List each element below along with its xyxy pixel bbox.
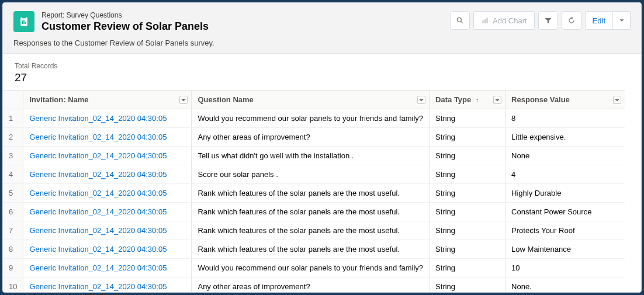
svg-line-6 [461, 22, 463, 23]
edit-button-group: Edit [585, 11, 631, 30]
report-type-label: Report: Survey Questions [41, 11, 450, 20]
filter-button[interactable] [538, 11, 558, 30]
invitation-link[interactable]: Generic Invitation_02_14_2020 04:30:05 [29, 207, 167, 216]
cell-invitation: Generic Invitation_02_14_2020 04:30:05 [23, 184, 192, 203]
cell-response: Highly Durable [505, 184, 625, 203]
report-card: Report: Survey Questions Customer Review… [2, 2, 642, 293]
filter-icon [544, 16, 552, 25]
table-row: 7Generic Invitation_02_14_2020 04:30:05R… [3, 221, 625, 240]
table-row: 6Generic Invitation_02_14_2020 04:30:05R… [3, 203, 625, 221]
report-body: Total Records 27 Invitation: Name Questi… [3, 53, 641, 293]
summary-block: Total Records 27 [3, 60, 641, 90]
cell-response: 4 [505, 165, 625, 184]
report-table: Invitation: Name Question Name Data Type… [3, 90, 625, 293]
row-number: 10 [3, 277, 23, 293]
invitation-link[interactable]: Generic Invitation_02_14_2020 04:30:05 [29, 114, 167, 123]
svg-rect-9 [486, 18, 487, 23]
table-row: 4Generic Invitation_02_14_2020 04:30:05S… [3, 165, 625, 184]
cell-response: Protects Your Roof [505, 221, 625, 240]
total-records-label: Total Records [15, 62, 629, 70]
col-filter-icon[interactable] [179, 96, 188, 104]
cell-response: 8 [505, 109, 625, 128]
cell-invitation: Generic Invitation_02_14_2020 04:30:05 [23, 109, 192, 128]
col-response[interactable]: Response Value [505, 91, 625, 109]
add-chart-button[interactable]: Add Chart [473, 11, 535, 30]
cell-question: Rank which features of the solar panels … [192, 184, 430, 203]
cell-datatype: String [430, 128, 505, 147]
cell-datatype: String [430, 259, 505, 277]
col-datatype[interactable]: Data Type ↑ [430, 91, 505, 109]
row-number: 2 [3, 128, 23, 147]
cell-question: Would you recommend our solar panels to … [192, 109, 430, 128]
row-number: 9 [3, 259, 23, 277]
cell-datatype: String [430, 221, 505, 240]
cell-question: Rank which features of the solar panels … [192, 240, 430, 259]
svg-point-5 [457, 18, 461, 22]
report-icon [13, 11, 34, 32]
cell-question: Tell us what didn't go well with the ins… [192, 147, 430, 165]
cell-invitation: Generic Invitation_02_14_2020 04:30:05 [23, 277, 192, 293]
invitation-link[interactable]: Generic Invitation_02_14_2020 04:30:05 [29, 263, 167, 272]
row-number: 5 [3, 184, 23, 203]
col-filter-icon[interactable] [613, 96, 621, 104]
cell-invitation: Generic Invitation_02_14_2020 04:30:05 [23, 240, 192, 259]
invitation-link[interactable]: Generic Invitation_02_14_2020 04:30:05 [29, 226, 167, 235]
invitation-link[interactable]: Generic Invitation_02_14_2020 04:30:05 [29, 282, 167, 291]
total-records-value: 27 [15, 71, 629, 84]
report-description: Responses to the Customer Review of Sola… [3, 39, 641, 53]
cell-datatype: String [430, 109, 505, 128]
table-row: 1Generic Invitation_02_14_2020 04:30:05W… [3, 109, 625, 128]
col-filter-icon[interactable] [417, 96, 425, 104]
svg-rect-2 [22, 20, 23, 24]
invitation-link[interactable]: Generic Invitation_02_14_2020 04:30:05 [29, 245, 167, 254]
report-header: Report: Survey Questions Customer Review… [3, 3, 641, 39]
cell-response: None. [505, 277, 625, 293]
cell-datatype: String [430, 165, 505, 184]
edit-button[interactable]: Edit [585, 11, 613, 30]
cell-question: Score our solar panels . [192, 165, 430, 184]
cell-invitation: Generic Invitation_02_14_2020 04:30:05 [23, 221, 192, 240]
table-row: 2Generic Invitation_02_14_2020 04:30:05A… [3, 128, 625, 147]
report-title: Customer Review of Solar Panels [41, 20, 450, 33]
invitation-link[interactable]: Generic Invitation_02_14_2020 04:30:05 [29, 189, 167, 197]
title-block: Report: Survey Questions Customer Review… [41, 11, 450, 33]
search-icon [456, 16, 464, 25]
svg-rect-3 [23, 20, 25, 25]
caret-down-icon [618, 16, 626, 25]
row-number: 3 [3, 147, 23, 165]
sort-asc-icon: ↑ [476, 96, 479, 103]
table-row: 9Generic Invitation_02_14_2020 04:30:05W… [3, 259, 625, 277]
refresh-button[interactable] [562, 11, 581, 30]
cell-question: Would you recommend our solar panels to … [192, 259, 430, 277]
svg-rect-7 [482, 20, 483, 23]
invitation-link[interactable]: Generic Invitation_02_14_2020 04:30:05 [29, 133, 167, 141]
cell-question: Rank which features of the solar panels … [192, 203, 430, 221]
cell-invitation: Generic Invitation_02_14_2020 04:30:05 [23, 259, 192, 277]
col-filter-icon[interactable] [493, 96, 501, 104]
cell-invitation: Generic Invitation_02_14_2020 04:30:05 [23, 165, 192, 184]
search-button[interactable] [450, 11, 470, 30]
row-number: 8 [3, 240, 23, 259]
invitation-link[interactable]: Generic Invitation_02_14_2020 04:30:05 [29, 170, 167, 179]
col-datatype-label: Data Type [435, 95, 471, 104]
svg-rect-8 [484, 19, 486, 23]
col-invitation[interactable]: Invitation: Name [23, 91, 192, 109]
col-question[interactable]: Question Name [192, 91, 430, 109]
cell-datatype: String [430, 184, 505, 203]
svg-rect-4 [25, 22, 26, 24]
cell-question: Rank which features of the solar panels … [192, 221, 430, 240]
invitation-link[interactable]: Generic Invitation_02_14_2020 04:30:05 [29, 151, 167, 160]
row-number: 6 [3, 203, 23, 221]
edit-menu-button[interactable] [613, 11, 631, 30]
cell-response: None [505, 147, 625, 165]
add-chart-label: Add Chart [493, 16, 527, 25]
table-row: 3Generic Invitation_02_14_2020 04:30:05T… [3, 147, 625, 165]
row-number: 1 [3, 109, 23, 128]
refresh-icon [567, 16, 576, 25]
col-response-label: Response Value [511, 95, 570, 104]
cell-invitation: Generic Invitation_02_14_2020 04:30:05 [23, 147, 192, 165]
chart-icon [481, 16, 489, 25]
table-row: 5Generic Invitation_02_14_2020 04:30:05R… [3, 184, 625, 203]
table-row: 8Generic Invitation_02_14_2020 04:30:05R… [3, 240, 625, 259]
cell-invitation: Generic Invitation_02_14_2020 04:30:05 [23, 203, 192, 221]
